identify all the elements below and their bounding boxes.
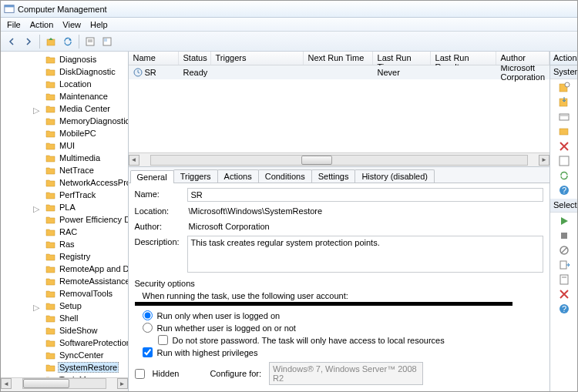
svg-text:?: ?: [561, 186, 566, 195]
tree-item-softwareprotectionplatform[interactable]: SoftwareProtectionPlatform: [1, 337, 128, 349]
actions-group-selected[interactable]: Selected...: [550, 199, 577, 213]
tab-actions[interactable]: Actions: [217, 169, 259, 183]
title-bar: Computer Management: [1, 1, 577, 18]
create-task-icon[interactable]: [558, 82, 570, 94]
name-field[interactable]: [187, 188, 543, 202]
help-button[interactable]: [99, 34, 115, 49]
end-icon[interactable]: [558, 230, 570, 242]
description-label: Description:: [135, 236, 187, 246]
tab-settings[interactable]: Settings: [311, 169, 356, 183]
menu-view[interactable]: View: [58, 20, 86, 29]
tree-item-networkaccessprotection[interactable]: NetworkAccessProtection: [1, 176, 128, 189]
tree-item-perftrack[interactable]: PerfTrack: [1, 189, 128, 201]
tab-general[interactable]: General: [130, 170, 174, 183]
actions-group-system[interactable]: System...: [550, 65, 577, 79]
up-button[interactable]: [43, 34, 59, 49]
properties-icon[interactable]: [558, 273, 570, 286]
tab-triggers[interactable]: Triggers: [173, 169, 218, 183]
svg-text:?: ?: [561, 304, 566, 313]
task-row[interactable]: SR Ready Never Microsoft Corporation: [129, 65, 549, 79]
svg-rect-15: [560, 156, 569, 166]
task-hscrollbar[interactable]: ◄►: [129, 152, 549, 166]
location-value: \Microsoft\Windows\SystemRestore: [187, 205, 543, 217]
check-highest-privileges[interactable]: [143, 347, 153, 357]
configure-for-combo[interactable]: Windows® 7, Windows Server™ 2008 R2: [269, 362, 423, 385]
menu-bar: File Action View Help: [1, 18, 577, 32]
tree-item-systemrestore[interactable]: SystemRestore: [1, 361, 128, 374]
view-icon[interactable]: [558, 155, 570, 167]
tree-item-synccenter[interactable]: SyncCenter: [1, 349, 128, 361]
tree-item-multimedia[interactable]: Multimedia: [1, 152, 128, 164]
tree-item-power-efficiency-diagnostics[interactable]: Power Efficiency Diagnostics: [1, 213, 128, 226]
tree-item-media-center[interactable]: ▷Media Center: [1, 102, 128, 115]
tree-item-maintenance[interactable]: Maintenance: [1, 90, 128, 102]
description-field[interactable]: [187, 236, 543, 273]
svg-rect-22: [560, 275, 568, 284]
svg-rect-21: [560, 261, 566, 269]
radio-logged-on[interactable]: [143, 310, 153, 320]
col-name[interactable]: Name: [129, 52, 179, 65]
forward-button[interactable]: [21, 34, 36, 49]
col-last-run[interactable]: Last Run Time: [373, 52, 431, 65]
properties-button[interactable]: [82, 34, 98, 49]
refresh-button[interactable]: [60, 34, 76, 49]
tree-item-mui[interactable]: MUI: [1, 139, 128, 152]
task-list-header[interactable]: Name Status Triggers Next Run Time Last …: [129, 52, 549, 65]
tree-item-diagnosis[interactable]: Diagnosis: [1, 53, 128, 65]
delete-icon[interactable]: [558, 288, 570, 300]
tree-item-rac[interactable]: RAC: [1, 226, 128, 238]
tab-history[interactable]: History (disabled): [355, 169, 435, 183]
back-button[interactable]: [4, 34, 19, 49]
check-no-store-password[interactable]: [158, 335, 168, 345]
help-icon[interactable]: ?: [558, 184, 570, 196]
check-hidden[interactable]: [135, 369, 145, 379]
tree-item-memorydiagnostic[interactable]: MemoryDiagnostic: [1, 115, 128, 127]
svg-line-20: [561, 247, 567, 253]
tree-item-remoteassistance[interactable]: RemoteAssistance: [1, 275, 128, 287]
tree-hscrollbar[interactable]: ◄►: [1, 377, 128, 391]
display-running-icon[interactable]: [558, 111, 570, 123]
import-task-icon[interactable]: [558, 96, 570, 109]
tree-item-setup[interactable]: ▷Setup: [1, 300, 128, 312]
delete-folder-icon[interactable]: [558, 140, 570, 152]
col-next-run[interactable]: Next Run Time: [304, 52, 373, 65]
menu-file[interactable]: File: [2, 20, 25, 29]
tree-item-registry[interactable]: Registry: [1, 250, 128, 263]
disable-icon[interactable]: [558, 244, 570, 256]
tree-item-remoteapp-and-desktop-connections[interactable]: RemoteApp and Desktop Connections: [1, 263, 128, 275]
svg-rect-2: [47, 39, 55, 45]
tree-item-diskdiagnostic[interactable]: DiskDiagnostic: [1, 65, 128, 78]
new-folder-icon[interactable]: [558, 126, 570, 138]
tree-scroll[interactable]: DiagnosisDiskDiagnosticLocationMaintenan…: [1, 52, 128, 377]
tree-item-location[interactable]: Location: [1, 78, 128, 90]
actions-pane: Actions System... ? Selected... ?: [550, 52, 577, 392]
redacted-user-account: [135, 302, 512, 306]
general-panel: Name: Location:\Microsoft\Windows\System…: [129, 183, 549, 392]
tree-item-ras[interactable]: Ras: [1, 238, 128, 250]
refresh-icon[interactable]: [558, 169, 570, 182]
name-label: Name:: [135, 188, 187, 199]
tree-item-nettrace[interactable]: NetTrace: [1, 164, 128, 176]
menu-help[interactable]: Help: [86, 20, 113, 29]
export-icon[interactable]: [558, 259, 570, 271]
tab-conditions[interactable]: Conditions: [258, 169, 312, 183]
tree-item-shell[interactable]: Shell: [1, 312, 128, 324]
actions-header: Actions: [550, 52, 577, 65]
author-label: Author:: [135, 220, 187, 231]
svg-rect-1: [5, 5, 14, 7]
col-author[interactable]: Author: [496, 52, 549, 65]
clock-icon: [133, 68, 143, 77]
tree-item-sideshow[interactable]: SideShow: [1, 324, 128, 337]
col-status[interactable]: Status: [179, 52, 211, 65]
tree-item-pla[interactable]: ▷PLA: [1, 201, 128, 213]
col-triggers[interactable]: Triggers: [211, 52, 304, 65]
col-last-result[interactable]: Last Run Result: [431, 52, 496, 65]
tree-item-mobilepc[interactable]: MobilePC: [1, 127, 128, 139]
help2-icon[interactable]: ?: [558, 303, 570, 315]
run-icon[interactable]: [558, 215, 570, 227]
radio-logged-on-or-not[interactable]: [143, 323, 153, 333]
menu-action[interactable]: Action: [25, 20, 59, 29]
tree-item-removaltools[interactable]: RemovalTools: [1, 287, 128, 300]
task-list-body[interactable]: SR Ready Never Microsoft Corporation: [129, 65, 549, 152]
window-title: Computer Management: [18, 5, 107, 14]
